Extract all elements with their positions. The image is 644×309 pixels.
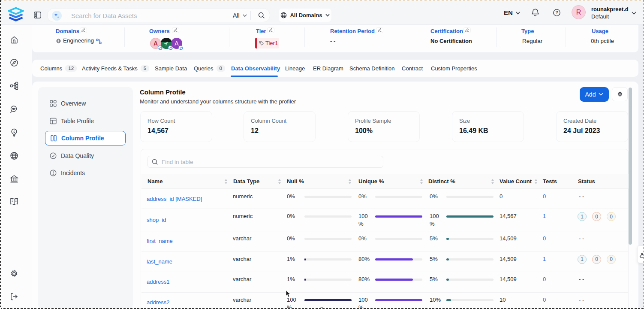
svg-text:?: ? [555, 10, 558, 15]
